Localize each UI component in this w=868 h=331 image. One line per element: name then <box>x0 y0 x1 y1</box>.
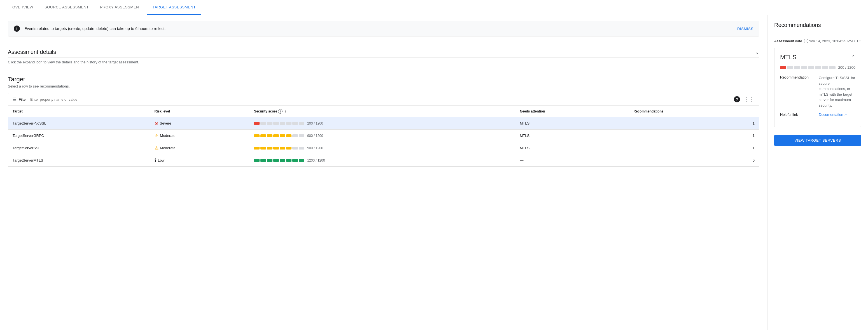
score-segment <box>254 122 259 125</box>
assessment-details-section: Assessment details ⌄ Click the expand ic… <box>8 43 760 69</box>
mtls-bar-seg-7 <box>822 66 828 69</box>
chevron-down-icon[interactable]: ⌄ <box>755 49 760 55</box>
tab-target-assessment[interactable]: TARGET ASSESSMENT <box>147 0 201 15</box>
table-row[interactable]: TargetServerSSL⚠Moderate900 / 1200MTLS1 <box>8 142 760 154</box>
sort-arrow-icon[interactable]: ↑ <box>285 109 286 113</box>
mtls-title: MTLS <box>780 54 797 61</box>
tab-source-assessment[interactable]: SOURCE ASSESSMENT <box>39 0 94 15</box>
assessment-date-info-icon[interactable]: i <box>804 39 808 43</box>
mtls-recommendation-row: Recommendation Configure TLS/SSL for sec… <box>780 75 856 108</box>
mtls-card: MTLS ⌃ 200 / 1200 Recommendation <box>774 48 861 127</box>
help-icon[interactable]: ? <box>734 96 740 102</box>
mtls-bar-seg-3 <box>794 66 800 69</box>
mtls-recommendation-label: Recommendation <box>780 75 816 79</box>
cell-target-name: TargetServer-NoSSL <box>8 117 150 130</box>
cell-security-score: 900 / 1200 <box>249 130 515 142</box>
score-segment <box>260 159 266 162</box>
target-section: Target Select a row to see recommendatio… <box>8 76 760 167</box>
target-table: Target Risk level Security score i ↑ Nee… <box>8 106 760 167</box>
mtls-score-row: 200 / 1200 <box>780 65 856 70</box>
mtls-bar-seg-6 <box>815 66 821 69</box>
col-header-risk: Risk level <box>150 106 250 117</box>
score-segment <box>260 134 266 137</box>
sidebar-title: Recommendations <box>774 22 861 33</box>
score-segment <box>267 122 273 125</box>
table-row[interactable]: TargetServerGRPC⚠Moderate900 / 1200MTLS1 <box>8 130 760 142</box>
risk-icon: ℹ <box>155 158 156 163</box>
mtls-bar-seg-5 <box>808 66 814 69</box>
mtls-collapse-icon[interactable]: ⌃ <box>851 54 856 60</box>
cell-security-score: 200 / 1200 <box>249 117 515 130</box>
cell-risk-level: ⚠Moderate <box>150 142 250 154</box>
banner-text: Events related to targets (create, updat… <box>24 26 737 31</box>
score-segment <box>299 134 304 137</box>
filter-input[interactable] <box>30 97 734 102</box>
risk-label: Moderate <box>160 134 176 138</box>
score-segment <box>280 122 285 125</box>
score-segment <box>280 134 285 137</box>
tab-proxy-assessment[interactable]: PROXY ASSESSMENT <box>94 0 147 15</box>
cell-recommendations: 1 <box>629 130 759 142</box>
score-segment <box>260 122 266 125</box>
table-row[interactable]: TargetServer-NoSSL⊗Severe200 / 1200MTLS1 <box>8 117 760 130</box>
mtls-helpful-link-row: Helpful link Documentation <box>780 112 856 117</box>
cell-recommendations: 1 <box>629 142 759 154</box>
table-header-row: Target Risk level Security score i ↑ Nee… <box>8 106 760 117</box>
score-segment <box>286 134 292 137</box>
score-bar <box>254 159 304 162</box>
mtls-header: MTLS ⌃ <box>780 54 856 61</box>
score-bar <box>254 134 304 137</box>
info-icon: i <box>14 26 20 32</box>
table-row[interactable]: TargetServerMTLSℹLow1200 / 1200—0 <box>8 154 760 167</box>
tab-overview[interactable]: OVERVIEW <box>7 0 39 15</box>
score-segment <box>292 122 298 125</box>
col-header-needs-attention: Needs attention <box>515 106 629 117</box>
score-segment <box>286 122 292 125</box>
cell-needs-attention: MTLS <box>515 117 629 130</box>
cell-target-name: TargetServerMTLS <box>8 154 150 167</box>
filter-label: Filter <box>19 97 27 102</box>
columns-icon[interactable]: ⋮⋮ <box>743 96 754 103</box>
risk-label: Low <box>158 158 165 162</box>
dismiss-button[interactable]: DISMISS <box>737 27 753 31</box>
score-text: 900 / 1200 <box>307 146 323 150</box>
mtls-score-bar <box>780 66 836 69</box>
score-text: 900 / 1200 <box>307 134 323 138</box>
cell-needs-attention: MTLS <box>515 130 629 142</box>
mtls-score-text: 200 / 1200 <box>838 65 856 70</box>
cell-risk-level: ⚠Moderate <box>150 130 250 142</box>
cell-needs-attention: — <box>515 154 629 167</box>
filter-actions: ? ⋮⋮ <box>734 96 754 103</box>
score-info-icon[interactable]: i <box>278 109 282 114</box>
risk-icon: ⚠ <box>155 133 158 138</box>
score-bar <box>254 147 304 149</box>
assessment-date-label: Assessment date i <box>774 39 808 43</box>
left-content: i Events related to targets (create, upd… <box>0 15 767 330</box>
score-segment <box>280 147 285 149</box>
filter-icon: ☰ <box>12 97 17 102</box>
target-section-subtitle: Select a row to see recommendations. <box>8 84 760 88</box>
mtls-bar-seg-8 <box>829 66 835 69</box>
score-segment <box>267 147 273 149</box>
score-segment <box>267 159 273 162</box>
score-bar <box>254 122 304 125</box>
assessment-date-row: Assessment date i Nov 14, 2023, 10:04:25… <box>774 39 861 43</box>
score-segment <box>254 134 259 137</box>
cell-target-name: TargetServerGRPC <box>8 130 150 142</box>
score-text: 200 / 1200 <box>307 121 323 126</box>
score-segment <box>292 147 298 149</box>
score-segment <box>280 159 285 162</box>
main-layout: i Events related to targets (create, upd… <box>0 15 868 330</box>
assessment-details-header: Assessment details ⌄ <box>8 43 760 58</box>
mtls-bar-seg-2 <box>787 66 793 69</box>
score-segment <box>267 134 273 137</box>
cell-risk-level: ℹLow <box>150 154 250 167</box>
mtls-documentation-link[interactable]: Documentation <box>819 112 856 117</box>
col-header-target: Target <box>8 106 150 117</box>
risk-label: Moderate <box>160 146 176 150</box>
risk-icon: ⊗ <box>155 120 158 126</box>
col-header-recommendations: Recommendations <box>629 106 759 117</box>
score-text: 1200 / 1200 <box>307 159 325 162</box>
cell-risk-level: ⊗Severe <box>150 117 250 130</box>
view-target-servers-button[interactable]: VIEW TARGET SERVERS <box>774 135 861 146</box>
